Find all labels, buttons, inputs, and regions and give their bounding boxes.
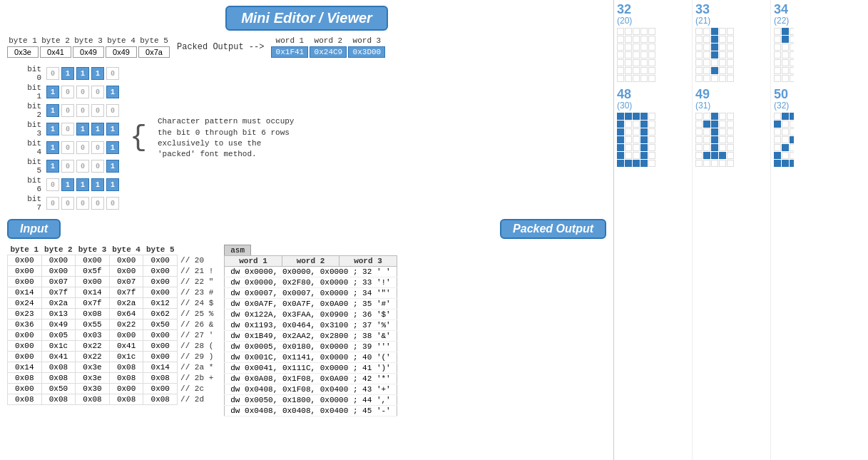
bit-cell-6-4[interactable]: 1 — [106, 178, 119, 191]
pixel-3-6-4 — [727, 160, 734, 167]
pixel-1-3-2 — [633, 136, 640, 143]
tables-section: byte 1 byte 2 byte 3 byte 4 byte 5 0x000… — [7, 245, 606, 416]
bit-cell-2-2[interactable]: 0 — [76, 104, 89, 117]
input-cell-5-1: 0x13 — [41, 309, 76, 320]
pixel-5-1-1 — [782, 121, 789, 128]
bit-cell-5-1[interactable]: 0 — [61, 160, 74, 173]
pixel-2-6-4 — [727, 75, 734, 82]
word-header-3: word 3 — [348, 36, 385, 45]
input-cell-11-1: 0x08 — [41, 373, 76, 384]
pixel-1-2-3 — [640, 128, 648, 136]
bit-cell-1-1[interactable]: 0 — [61, 86, 74, 98]
bit-cell-5-3[interactable]: 0 — [91, 160, 104, 173]
pixel-2-4-4 — [727, 59, 734, 66]
byte-input-1[interactable] — [7, 46, 39, 58]
input-cell-10-4: 0x14 — [143, 362, 178, 373]
pixel-3-4-4 — [727, 144, 734, 151]
bit-cell-3-3[interactable]: 1 — [91, 123, 104, 136]
bit-cell-0-2[interactable]: 1 — [76, 67, 89, 80]
byte-input-4[interactable] — [106, 46, 137, 58]
byte-input-3[interactable] — [73, 46, 104, 58]
pixel-3-4-2 — [711, 144, 718, 151]
bit-cell-0-1[interactable]: 1 — [61, 67, 74, 80]
bit-cell-4-3[interactable]: 0 — [91, 141, 104, 154]
pixel-2-5-3 — [719, 67, 726, 74]
pixel-1-4-0 — [617, 144, 624, 151]
bit-cell-4-0[interactable]: 1 — [46, 141, 59, 154]
input-table-row: 0x140x080x3e0x080x14// 2a * — [8, 362, 217, 373]
pixel-4-2-0 — [774, 44, 781, 51]
input-comment-11: // 2b + — [178, 373, 217, 384]
bit-cell-7-3[interactable]: 0 — [91, 197, 104, 210]
pixel-1-6-2 — [633, 160, 640, 167]
pixel-2-5-0 — [695, 67, 703, 74]
bit-cell-7-0[interactable]: 0 — [46, 197, 59, 210]
pixel-3-3-4 — [727, 136, 734, 143]
pixel-0-2-4 — [648, 44, 655, 51]
bit-cell-1-2[interactable]: 0 — [76, 86, 89, 98]
input-cell-3-3: 0x7f — [109, 287, 143, 298]
input-cell-10-3: 0x08 — [109, 362, 143, 373]
asm-tab[interactable]: asm — [224, 245, 251, 255]
pixel-1-3-3 — [640, 136, 648, 143]
bit-cell-3-4[interactable]: 1 — [106, 123, 119, 136]
bit-cell-6-1[interactable]: 1 — [61, 178, 74, 191]
pixel-0-6-3 — [640, 75, 648, 82]
bit-cell-5-0[interactable]: 1 — [46, 160, 59, 173]
bit-cell-6-3[interactable]: 1 — [91, 178, 104, 191]
pixel-5-1-0 — [774, 121, 781, 128]
input-cell-11-4: 0x08 — [143, 373, 178, 384]
char-col-0: 32(20)48(30) — [614, 0, 693, 460]
bit-cell-7-1[interactable]: 0 — [61, 197, 74, 210]
pixel-2-1-4 — [727, 36, 734, 43]
pixel-1-2-4 — [648, 128, 655, 136]
bit-cell-2-3[interactable]: 0 — [91, 104, 104, 117]
input-cell-2-3: 0x07 — [109, 277, 143, 287]
bit-cell-0-4[interactable]: 0 — [106, 67, 119, 80]
bit-cell-2-0[interactable]: 1 — [46, 104, 59, 117]
bit-cell-5-2[interactable]: 0 — [76, 160, 89, 173]
pixel-2-4-2 — [711, 59, 718, 66]
bit-cell-7-2[interactable]: 0 — [76, 197, 89, 210]
bit-cell-4-4[interactable]: 1 — [106, 141, 119, 154]
byte-input-2[interactable] — [40, 46, 71, 58]
input-comment-0: // 20 — [178, 255, 217, 266]
pixel-1-6-4 — [648, 160, 655, 167]
pixel-1-1-1 — [625, 121, 632, 128]
pixel-3-4-0 — [695, 144, 703, 151]
bit-cell-3-1[interactable]: 0 — [61, 123, 74, 136]
input-cell-5-4: 0x62 — [143, 309, 178, 320]
bit-cell-1-4[interactable]: 1 — [106, 86, 119, 98]
byte-input-5[interactable] — [138, 46, 170, 58]
output-table-row: dw 0x0408, 0x0408, 0x0400 ; 45 '-' — [225, 406, 397, 416]
editor-section: byte 1 byte 2 byte 3 byte 4 byte 5 Packe… — [7, 36, 606, 58]
input-comment-1: // 21 ! — [178, 266, 217, 277]
output-col-header-word2: word 2 — [282, 256, 339, 267]
bit-cell-2-1[interactable]: 0 — [61, 104, 74, 117]
bit-cell-2-4[interactable]: 0 — [106, 104, 119, 117]
bit-cell-4-1[interactable]: 0 — [61, 141, 74, 154]
word-columns: word 1 word 2 word 3 0x1F41 0x24C9 0x3D0… — [271, 36, 385, 58]
bit-cell-1-0[interactable]: 1 — [46, 86, 59, 98]
bit-cell-7-4[interactable]: 0 — [106, 197, 119, 210]
input-table-row: 0x000x1c0x220x410x00// 28 ( — [8, 341, 217, 352]
bit-cell-6-0[interactable]: 0 — [46, 178, 59, 191]
bit-cell-1-3[interactable]: 0 — [91, 86, 104, 98]
output-table-row: dw 0x0A08, 0x1F08, 0x0A00 ; 42 '*' — [225, 374, 397, 384]
bit-cell-0-0[interactable]: 0 — [46, 67, 59, 80]
title-box: Mini Editor / Viewer — [225, 6, 388, 31]
input-cell-7-2: 0x03 — [76, 330, 110, 341]
pixel-0-6-2 — [633, 75, 640, 82]
input-cell-0-0: 0x00 — [8, 255, 42, 266]
pixel-1-0-3 — [640, 113, 648, 120]
bit-cell-3-2[interactable]: 1 — [76, 123, 89, 136]
bit-cell-0-3[interactable]: 1 — [91, 67, 104, 80]
bit-cell-5-4[interactable]: 1 — [106, 160, 119, 173]
bit-cell-6-2[interactable]: 1 — [76, 178, 89, 191]
bit-cell-4-2[interactable]: 0 — [76, 141, 89, 154]
pixel-2-3-1 — [703, 51, 710, 58]
bit-cell-3-0[interactable]: 1 — [46, 123, 59, 136]
section-labels: Input Packed Output — [7, 219, 606, 239]
pixel-0-4-0 — [617, 59, 624, 66]
input-cell-3-2: 0x14 — [76, 287, 110, 298]
